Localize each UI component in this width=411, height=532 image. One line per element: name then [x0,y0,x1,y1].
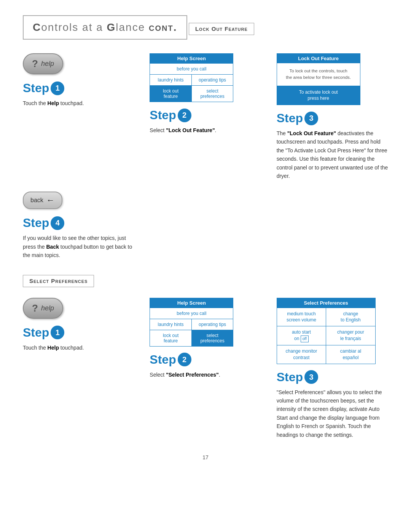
ps-auto-start: auto starton off [277,326,327,345]
back-label: back [30,197,43,204]
step1-circle: 1 [51,81,64,95]
step4-label: Step 4 [23,216,134,230]
hs2-row1: before you call [150,308,233,319]
s2-step1-circle: 1 [51,326,64,339]
step3-circle: 3 [304,112,318,125]
section1-heading: Lock Out Feature [195,26,248,32]
help-screen-1: Help Screen before you call laundry hint… [150,53,233,102]
page-number: 17 [23,454,388,460]
ps-row2: auto starton off changer pourle français [277,326,375,345]
ps-cambiar-espanol: cambiar alespañol [326,345,375,364]
hs-operating-tips: operating tips [192,75,233,85]
step3-body: The "Lock Out Feature" deactivates the t… [277,129,388,180]
ls-footer: To activate lock outpress here [277,86,360,105]
step3-label: Step 3 [277,111,388,125]
ps-row1: medium touchscreen volume changeto Engli… [277,308,375,326]
back-button: back ← [23,192,62,209]
hs2-lock-out-feature: lock outfeature [150,330,192,346]
back-arrow-icon: ← [46,195,55,205]
help-label-1: help [41,60,54,68]
ps-change-english: changeto English [326,308,375,326]
step2-body: Select "Lock Out Feature". [150,126,261,134]
help-button-2: ? help [23,298,63,319]
step4-body: If you would like to see the other topic… [23,234,134,259]
hs2-select-preferences: selectpreferences [192,330,233,346]
section1-steps-row: ? help Step 1 Touch the Help touchpad. H… [23,53,388,180]
ps-medium-touch: medium touchscreen volume [277,308,327,326]
s2-step3-circle: 3 [304,370,318,384]
ps-change-monitor: change monitorcontrast [277,345,327,364]
ls-body: To lock out the controls, touchthe area … [277,63,360,86]
s2-step3-body: "Select Preferences" allows you to selec… [277,388,388,439]
help-label-2: help [41,304,54,312]
ps-row3: change monitorcontrast cambiar alespañol [277,345,375,364]
hs-before-you-call: before you call [150,64,233,74]
section1-step3-col: Lock Out Feature To lock out the control… [277,53,388,180]
hs2-row3: lock outfeature selectpreferences [150,330,233,346]
hs2-laundry-hints: laundry hints [150,319,192,330]
section2-steps-row: ? help Step 1 Touch the Help touchpad. H… [23,298,388,439]
ls-header: Lock Out Feature [277,54,360,63]
section1-step1-col: ? help Step 1 Touch the Help touchpad. [23,53,134,107]
page-title: Controls at a Glance cont. [33,21,177,34]
help-button-1: ? help [23,53,63,74]
section2-heading: Select Preferences [29,278,88,284]
help-screen-2: Help Screen before you call laundry hint… [150,298,233,347]
hs-row1: before you call [150,63,233,74]
hs-header-2: Help Screen [150,298,233,308]
step1-body: Touch the Help touchpad. [23,99,134,107]
hs-select-preferences: selectpreferences [192,86,233,102]
section2-heading-box: Select Preferences [23,275,94,287]
hs-header-1: Help Screen [150,54,233,63]
s2-step2-label: Step 2 [150,353,261,367]
question-mark-icon-2: ? [32,302,38,314]
prefs-screen: Select Preferences medium touchscreen vo… [277,298,376,364]
section2-step1-col: ? help Step 1 Touch the Help touchpad. [23,298,134,352]
step1-label: Step 1 [23,81,134,95]
step2-circle: 2 [178,109,191,122]
hs-laundry-hints: laundry hints [150,75,192,85]
hs2-row2: laundry hints operating tips [150,319,233,330]
hs-lock-out-feature: lock outfeature [150,86,192,102]
section1-heading-box: Lock Out Feature [189,23,254,35]
ps-changer-francais: changer pourle français [326,326,375,345]
lockout-screen: Lock Out Feature To lock out the control… [277,53,360,105]
hs2-operating-tips: operating tips [192,319,233,330]
ps-header: Select Preferences [277,298,375,308]
s2-step2-circle: 2 [178,353,191,366]
s2-step1-body: Touch the Help touchpad. [23,343,134,352]
hs-row3: lock outfeature selectpreferences [150,85,233,102]
hs2-before-you-call: before you call [150,308,233,319]
section1-step2-col: Help Screen before you call laundry hint… [150,53,261,134]
step4-circle: 4 [51,216,64,230]
section1-step4-col: back ← Step 4 If you would like to see t… [23,192,134,259]
section2-step2-col: Help Screen before you call laundry hint… [150,298,261,379]
hs-row2: laundry hints operating tips [150,74,233,85]
section1-step4-row: back ← Step 4 If you would like to see t… [23,192,388,259]
page-title-box: Controls at a Glance cont. [23,15,187,40]
s2-step1-label: Step 1 [23,326,134,340]
section2-step3-col: Select Preferences medium touchscreen vo… [277,298,388,439]
step2-label: Step 2 [150,108,261,122]
question-mark-icon: ? [32,58,38,70]
s2-step2-body: Select "Select Preferences". [150,371,261,379]
s2-step3-label: Step 3 [277,370,388,384]
